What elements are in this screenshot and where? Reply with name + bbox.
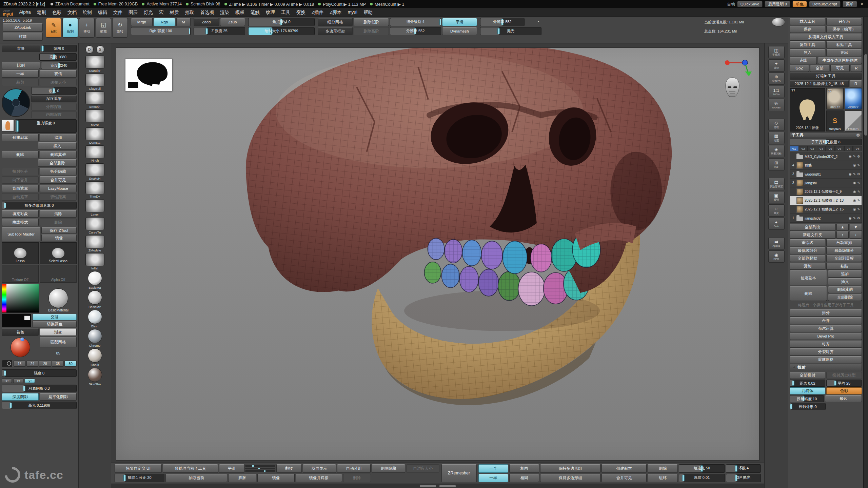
menu-Alpha[interactable]: Alpha [16,8,34,17]
axis-toggle-1[interactable]: -z+ [13,379,23,383]
menu-拾取[interactable]: 拾取 [182,8,197,17]
split-align-button[interactable]: 分裂对齐 [790,348,862,355]
align-button[interactable]: 对齐 [790,341,862,348]
colorize-button[interactable]: 着色 [2,328,39,336]
paint-icon[interactable]: ✎ [857,163,860,167]
move-down-button[interactable]: ↓ [850,231,862,239]
mask-by-group-slider[interactable]: 按多边形组遮罩 0 [2,202,77,209]
save-as-button[interactable]: 另存为 [826,18,862,25]
ratio-button[interactable]: 比例 [2,62,40,69]
flip-button[interactable]: 翻转 [276,464,301,473]
lasso-brush-thumb[interactable]: Lasso [2,242,39,264]
helmet-widget-icon[interactable] [725,77,740,99]
export-button[interactable]: 导出 [826,49,862,56]
brush-Inflat[interactable]: Inflat [85,253,104,270]
eye-icon[interactable]: ◉ [853,190,856,194]
eye-icon[interactable]: ◉ [849,155,852,158]
solo-icon[interactable]: ●Solo [768,218,785,230]
mirror-bottom-button[interactable]: 镜像 [257,474,295,482]
keep-groups-button[interactable]: 保持多边形组 [540,464,600,473]
depth-wheel[interactable] [2,88,30,117]
project-accuracy-slider[interactable]: 投射精度 10 [790,395,824,402]
recent-tool-2[interactable]: AlphaBr [845,88,862,109]
menu-灯光[interactable]: 灯光 [141,8,156,17]
subtool-item-3[interactable]: 3jiangshi◉✎ [790,179,862,187]
paste-subtool-button[interactable]: 粘贴 [826,263,862,270]
tool-r-button[interactable]: R [850,80,862,87]
brush-TrimDy[interactable]: TrimDy [85,181,104,198]
thickness-slider[interactable]: 厚度 0.01 [679,474,725,482]
subtool-item-5[interactable]: 2025.12.1 骷髅骑士2_13◉✎ [790,196,862,205]
rgb-button[interactable]: Rgb [154,18,175,26]
rename-button[interactable]: 重命名 [790,239,825,246]
duplicate-button[interactable]: 创建副本 [2,134,39,141]
all-to-start-button[interactable]: 全部到起始 [790,255,825,262]
eye-icon[interactable]: ◉ [853,207,856,211]
dynamesh-button[interactable]: Dynamesh [442,27,477,35]
local-symmetry-icon[interactable]: ◈局部对称 [768,145,785,157]
highlight-slider[interactable]: 高光 0.11906 [2,402,77,409]
material-Blinn[interactable]: Blinn [88,310,102,328]
goz-visible-button[interactable]: 可见 [830,65,850,72]
rotate-button[interactable]: ↻旋转 [112,18,128,38]
st-delete-button[interactable]: 删除 [790,286,827,301]
decimate-current-button[interactable]: 抽取当前 [165,474,227,482]
menu-button[interactable]: 菜单 [843,1,857,7]
draw-button[interactable]: ●绘制 [62,18,78,38]
focal-24-button[interactable]: 24 [26,361,39,367]
mrgb-button[interactable]: Mrgb [131,18,153,26]
zapplink-button[interactable]: ZAppLink [3,23,43,32]
goz-r-button[interactable]: R [851,65,862,72]
eye-icon[interactable]: ◉ [849,172,852,176]
autogroup-button[interactable]: 自动分组 [337,464,371,473]
m-button[interactable]: M [176,18,191,26]
scrollbar-thumb[interactable] [864,54,867,136]
color-toggle[interactable]: 色彩 [826,387,862,394]
boolean-button[interactable]: 布尔运算 [790,325,862,332]
menu-Z脚本[interactable]: Z脚本 [327,8,344,17]
main-color-swatch[interactable] [2,314,32,327]
recent-tool-3[interactable]: S SimpleB [826,110,844,132]
append-button[interactable]: 追加 [40,134,77,141]
load-from-project-button[interactable]: 从项目文件载入工具 [790,34,862,41]
subtool-item-7[interactable]: 1jiangshi02◉✎⚙ [790,214,862,223]
brush-Damsta[interactable]: Damsta [85,127,104,144]
subtool-view-tab-V3[interactable]: V3 [808,146,817,151]
subdiv-res-slider[interactable]: 分辨率 552 [390,27,441,35]
menu-编辑[interactable]: 编辑 [95,8,110,17]
subtool-item-0[interactable]: M3D_Cylinder3D7_2◉✎⚙ [790,152,862,161]
save-button[interactable]: 保存 [790,26,825,33]
split-button[interactable]: 拆分 [790,309,862,317]
doc-width-slider[interactable]: 宽度 2240 [41,62,77,69]
gear-icon[interactable]: ⚙ [856,133,860,138]
recent-tool-1[interactable]: 77 2025.12 [826,88,844,109]
switch-color-button[interactable]: 切换颜色 [33,321,77,327]
menu-工具[interactable]: 工具 [278,8,293,17]
remesh-button[interactable]: 重建网格 [790,356,862,363]
mono-button[interactable]: 单色 [792,1,807,7]
sdiv-level-slider[interactable]: 细分级别 4 [390,18,441,26]
subtool-item-2[interactable]: 3wugong01◉✎⚙ [790,170,862,179]
z-intensity-slider[interactable]: Z 强度 25 [194,27,245,35]
zr-same-button[interactable]: 相同 [509,464,539,473]
clear-button[interactable]: 清除 [40,210,77,218]
menu-文档[interactable]: 文档 [65,8,79,17]
transparency-button[interactable]: 启用透明 0 [765,1,790,7]
draw-size-slider[interactable]: 绘制大小 176.83799 [248,27,315,35]
bevel-pro-button[interactable]: Bevel Pro [790,333,862,340]
lightbox-tool-button[interactable]: 灯箱▶工具 [790,73,862,80]
menu-模板[interactable]: 模板 [233,8,247,17]
delete-all-button[interactable]: 全部删除 [38,159,77,167]
farthest-button[interactable]: 最远 [825,395,862,402]
load-tool-button[interactable]: 载入工具 [790,18,825,25]
menu-纹理[interactable]: 纹理 [263,8,278,17]
project-dist-slider[interactable]: 距离 0.02 [790,380,825,387]
zadd-button[interactable]: Zadd [194,18,219,26]
camera-icon[interactable] [2,360,13,367]
new-folder-button[interactable]: 新建文件夹 [790,231,835,239]
star-icon[interactable]: * [526,18,551,26]
import-button[interactable]: 导入 [790,49,825,56]
paint-icon[interactable]: ✎ [853,172,856,176]
menu-笔触[interactable]: 笔触 [248,8,262,17]
clone-button[interactable]: 克隆 [790,57,817,64]
